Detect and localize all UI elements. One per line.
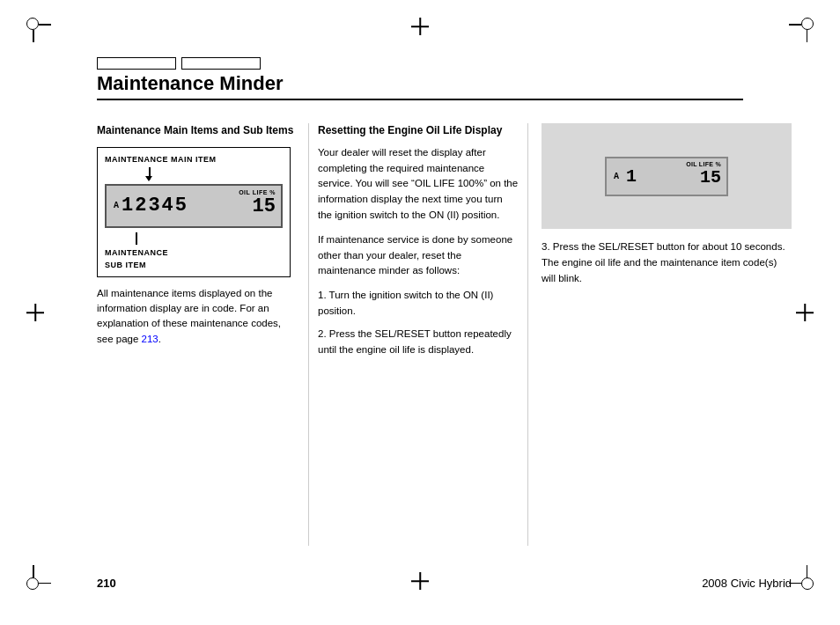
gray-lcd-number: 1 bbox=[626, 166, 637, 187]
lcd-display: A 12345 OIL LIFE % 15 bbox=[105, 184, 283, 228]
page-title: Maintenance Minder bbox=[97, 72, 743, 95]
middle-column: Resetting the Engine Oil Life Display Yo… bbox=[308, 123, 528, 546]
footer-title: 2008 Civic Hybrid bbox=[702, 577, 792, 590]
tab-bar-2 bbox=[181, 57, 261, 70]
page-number: 210 bbox=[97, 577, 116, 590]
step3-text: 3. Press the SEL/RESET button for about … bbox=[542, 239, 792, 286]
middle-para1: Your dealer will reset the display after… bbox=[318, 145, 519, 224]
content-area: Maintenance Main Items and Sub Items MAI… bbox=[97, 123, 792, 546]
page-footer: 210 2008 Civic Hybrid bbox=[97, 577, 792, 590]
lcd-oil-label: OIL LIFE % bbox=[239, 189, 276, 195]
maintenance-diagram: MAINTENANCE MAIN ITEM A 12345 OIL LIFE %… bbox=[97, 147, 291, 277]
lcd-a-label: A bbox=[114, 201, 119, 210]
page-container: Maintenance Minder Maintenance Main Item… bbox=[0, 0, 840, 625]
right-column: A 1 OIL LIFE % 15 3. Press the SEL/RESET… bbox=[528, 123, 792, 546]
page-header: Maintenance Minder bbox=[97, 72, 743, 100]
gray-lcd-percent: 15 bbox=[686, 167, 721, 188]
gray-lcd-right: OIL LIFE % 15 bbox=[686, 161, 721, 188]
left-column: Maintenance Main Items and Sub Items MAI… bbox=[97, 123, 308, 546]
middle-para2: If maintenance service is done by someon… bbox=[318, 232, 519, 279]
gray-lcd: A 1 OIL LIFE % 15 bbox=[605, 157, 728, 196]
lcd-number: 12345 bbox=[122, 195, 188, 217]
diag-label-bottom: MAINTENANCE SUB ITEM bbox=[105, 248, 283, 269]
gray-lcd-oil-label: OIL LIFE % bbox=[686, 161, 721, 167]
page-link-213[interactable]: 213 bbox=[142, 334, 158, 344]
left-section-title: Maintenance Main Items and Sub Items bbox=[97, 123, 295, 138]
step2-text: 2. Press the SEL/RESET button repeatedly… bbox=[318, 327, 519, 358]
left-body-text: All maintenance items displayed on the i… bbox=[97, 286, 295, 347]
tab-bar-1 bbox=[97, 57, 176, 70]
lcd-right-section: OIL LIFE % 15 bbox=[239, 189, 276, 217]
gray-display-box: A 1 OIL LIFE % 15 bbox=[542, 123, 792, 229]
diag-label-top: MAINTENANCE MAIN ITEM bbox=[105, 155, 283, 164]
step1-text: 1. Turn the ignition switch to the ON (I… bbox=[318, 288, 519, 320]
lcd-left-section: A 12345 bbox=[114, 195, 188, 217]
header-rule bbox=[97, 99, 743, 100]
lcd-percent: 15 bbox=[239, 195, 276, 217]
middle-section-title: Resetting the Engine Oil Life Display bbox=[318, 123, 519, 138]
gray-lcd-a-label: A bbox=[614, 172, 619, 181]
tab-bars bbox=[97, 57, 261, 70]
